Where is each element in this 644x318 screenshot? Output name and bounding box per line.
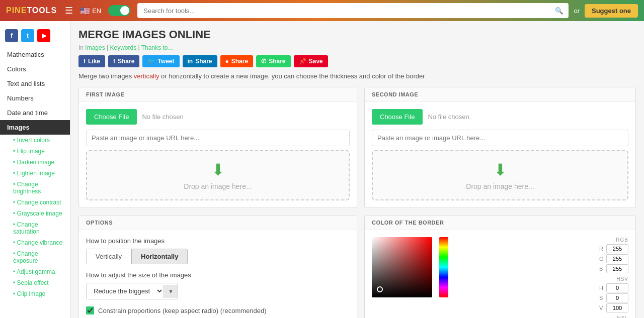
hue-bar[interactable] <box>439 237 448 297</box>
color-border-section: COLOR OF THE BORDER RGB <box>364 215 636 318</box>
logo-tools: TOOLS <box>27 6 57 15</box>
fb-icon: f <box>113 58 115 65</box>
fb-share-icon: f <box>84 58 86 65</box>
share-fb-button[interactable]: f Share <box>108 55 139 67</box>
second-drop-text: Drop an image here... <box>466 182 534 190</box>
sidebar-sub-brightness[interactable]: Change brightness <box>0 179 70 197</box>
theme-toggle[interactable] <box>108 5 130 16</box>
rgb-group: RGB R G <box>455 237 628 273</box>
sidebar-item-text[interactable]: Text and lists <box>0 76 70 91</box>
sidebar-sub-saturation[interactable]: Change saturation <box>0 219 70 237</box>
share-buttons: f Like f Share 🐦 Tweet in Share ● Share … <box>78 55 636 67</box>
sidebar-sub-exposure[interactable]: Change exposure <box>0 248 70 266</box>
hsv-v-row: V <box>455 303 628 312</box>
sidebar-sub-vibrance[interactable]: Change vibrance <box>0 237 70 248</box>
sidebar-item-images[interactable]: Images <box>0 120 70 135</box>
share-rd-label: Share <box>231 58 248 65</box>
search-input[interactable] <box>137 3 550 18</box>
vertical-button[interactable]: Vertically <box>86 249 131 264</box>
second-image-url-input[interactable] <box>372 130 628 146</box>
breadcrumb: In Images | Keywords | Thanks to... <box>78 44 636 51</box>
breadcrumb-images[interactable]: Images <box>85 44 105 51</box>
sidebar-sub-invert[interactable]: Invert colors <box>0 135 70 146</box>
hsv-title: HSV <box>455 276 628 282</box>
tw-icon: 🐦 <box>147 58 155 65</box>
hsv-s-row: S <box>455 293 628 302</box>
sidebar-sub-gamma[interactable]: Adjust gamma <box>0 266 70 277</box>
youtube-icon[interactable]: ▶ <box>37 29 50 42</box>
constrain-checkbox[interactable] <box>86 306 94 314</box>
breadcrumb-keywords[interactable]: Keywords <box>110 44 137 51</box>
share-wa-button[interactable]: ✆ Share <box>256 55 290 67</box>
suggest-button[interactable]: Suggest one <box>585 4 638 18</box>
sidebar-sub-contrast[interactable]: Change contrast <box>0 197 70 208</box>
hsv-v-label: V <box>599 305 604 311</box>
like-button[interactable]: f Like <box>78 55 105 67</box>
li-icon: in <box>188 58 193 65</box>
options-header: OPTIONS <box>79 216 357 230</box>
hamburger-icon[interactable]: ☰ <box>65 5 73 16</box>
sidebar-sub-darken[interactable]: Darken image <box>0 157 70 168</box>
horizontal-button[interactable]: Horizontally <box>131 249 188 264</box>
second-drop-icon: ⬇ <box>494 160 507 179</box>
tweet-button[interactable]: 🐦 Tweet <box>142 55 179 67</box>
constrain-label: Constrain proportions (keep aspect radio… <box>98 307 267 314</box>
sidebar-sub-lighten[interactable]: Lighten image <box>0 168 70 179</box>
sidebar-sub-clip[interactable]: Clip image <box>0 288 70 299</box>
first-image-drop-area[interactable]: ⬇ Drop an image here... <box>86 150 350 200</box>
rgb-b-row: B <box>455 264 628 273</box>
sidebar-item-mathematics[interactable]: Mathematics <box>0 47 70 62</box>
save-button[interactable]: 📌 Save <box>294 55 328 67</box>
share-li-label: Share <box>195 58 212 65</box>
sidebar-sub-flip[interactable]: Flip image <box>0 146 70 157</box>
second-image-section: SECOND IMAGE Choose File No file chosen … <box>364 87 636 208</box>
left-column: FIRST IMAGE Choose File No file chosen ⬇… <box>78 87 357 318</box>
top-nav: PINETOOLS ☰ 🇺🇸 EN 🔍 or Suggest one <box>0 0 644 21</box>
hsv-group: HSV H S <box>455 276 628 312</box>
sidebar-sub-sepia[interactable]: Sepia effect <box>0 277 70 288</box>
size-select[interactable]: Reduce the biggest <box>87 283 164 299</box>
sidebar: f t ▶ Mathematics Colors Text and lists … <box>0 21 70 318</box>
hsv-s-input[interactable] <box>606 293 628 302</box>
vertically-link[interactable]: vertically <box>134 72 159 80</box>
toggle-knob <box>120 6 129 15</box>
share-rd-button[interactable]: ● Share <box>220 55 254 67</box>
b-input[interactable] <box>606 264 628 273</box>
first-image-url-input[interactable] <box>86 130 350 146</box>
share-li-button[interactable]: in Share <box>183 55 217 67</box>
second-image-body: Choose File No file chosen ⬇ Drop an ima… <box>365 102 635 207</box>
language-button[interactable]: 🇺🇸 EN <box>80 6 101 16</box>
color-picker-container: RGB R G <box>372 237 628 318</box>
second-choose-file-button[interactable]: Choose File <box>372 109 423 125</box>
color-gradient-picker[interactable] <box>372 237 432 297</box>
wa-icon: ✆ <box>261 58 266 65</box>
breadcrumb-thanks[interactable]: Thanks to... <box>141 44 173 51</box>
search-button[interactable]: 🔍 <box>550 3 569 18</box>
second-image-drop-area[interactable]: ⬇ Drop an image here... <box>372 150 628 200</box>
r-input[interactable] <box>606 244 628 253</box>
hsv-v-input[interactable] <box>606 303 628 312</box>
sidebar-item-date[interactable]: Date and time <box>0 105 70 120</box>
right-column: SECOND IMAGE Choose File No file chosen … <box>364 87 636 318</box>
sidebar-item-numbers[interactable]: Numbers <box>0 91 70 105</box>
size-select-wrapper: Reduce the biggest ▼ <box>86 283 178 299</box>
main-layout: f t ▶ Mathematics Colors Text and lists … <box>0 21 644 318</box>
rgb-g-row: G <box>455 254 628 263</box>
g-input[interactable] <box>606 254 628 263</box>
sidebar-sub-grayscale[interactable]: Grayscale image <box>0 208 70 219</box>
first-drop-icon: ⬇ <box>211 160 225 179</box>
hsv-h-input[interactable] <box>606 283 628 292</box>
first-drop-text: Drop an image here... <box>184 182 252 190</box>
save-label: Save <box>309 58 323 65</box>
rgb-r-row: R <box>455 244 628 253</box>
sidebar-item-colors[interactable]: Colors <box>0 62 70 76</box>
rd-icon: ● <box>225 58 229 65</box>
hsv-h-row: H <box>455 283 628 292</box>
twitter-icon[interactable]: t <box>21 29 34 42</box>
color-border-header: COLOR OF THE BORDER <box>365 216 635 230</box>
first-image-header: FIRST IMAGE <box>79 87 357 102</box>
second-image-upload-row: Choose File No file chosen <box>372 109 628 125</box>
facebook-icon[interactable]: f <box>5 29 18 42</box>
select-arrow-icon: ▼ <box>164 285 178 298</box>
first-choose-file-button[interactable]: Choose File <box>86 109 137 125</box>
